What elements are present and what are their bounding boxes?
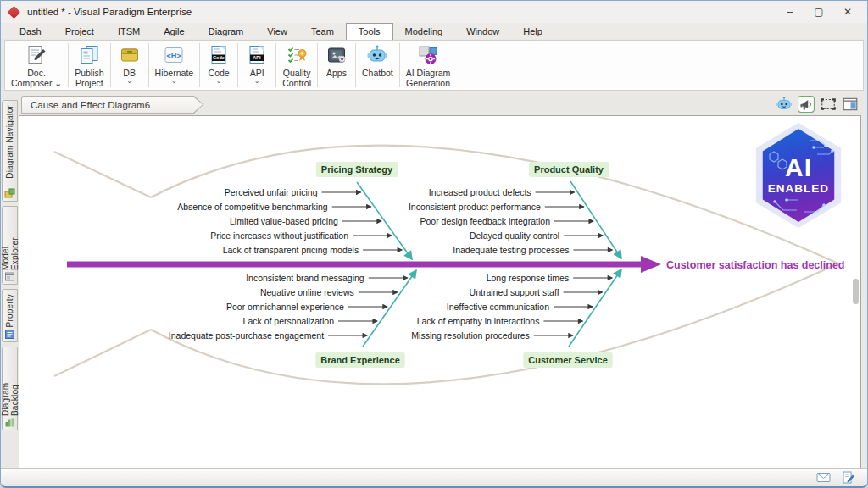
cause-label[interactable]: Lack of personalization — [243, 316, 335, 326]
cause-label[interactable]: Inconsistent brand messaging — [246, 273, 364, 283]
toolbar: Doc.Composer ⌄PublishProjectDB⌄<H>Hibern… — [4, 40, 864, 91]
api-icon: API — [246, 44, 268, 66]
toolbar-button-chatbot[interactable]: Chatbot — [356, 41, 399, 90]
menu-help[interactable]: Help — [511, 24, 554, 39]
bone-bottom-right[interactable] — [569, 269, 621, 347]
toolbar-button-db[interactable]: DB⌄ — [111, 41, 148, 90]
svg-text:<H>: <H> — [167, 52, 181, 60]
bone-top-right[interactable] — [570, 181, 621, 258]
sidebar-tab-label: Property — [5, 294, 14, 327]
cause-label[interactable]: Inadequate testing processes — [453, 245, 569, 255]
badge-text-enabled: ENABLED — [768, 182, 829, 195]
toolbar-button-label: AI Diagram — [406, 68, 451, 78]
cause-label[interactable]: Negative online reviews — [260, 287, 354, 297]
diagram-backlog-icon — [4, 416, 15, 427]
menu-modeling[interactable]: Modeling — [393, 24, 455, 39]
effect-label[interactable]: Customer satisfaction has declined — [666, 259, 844, 271]
toolbar-strip: Doc.Composer ⌄PublishProjectDB⌄<H>Hibern… — [1, 39, 867, 93]
app-window: untitled * - Visual Paradigm Enterprise … — [0, 0, 868, 488]
cause-label[interactable]: Untrained support staff — [470, 287, 559, 297]
sidebar-tab-diagram-backlog[interactable]: Diagram Backlog — [2, 347, 18, 430]
cause-label[interactable]: Inadequate post-purchase engagement — [169, 330, 324, 341]
hibernate-icon: <H> — [163, 44, 185, 66]
toolbar-button-doc-composer[interactable]: Doc.Composer ⌄ — [5, 41, 68, 90]
category-label-text[interactable]: Customer Service — [528, 355, 608, 365]
dropdown-chevron-icon: ⌄ — [171, 78, 177, 85]
quality-control-icon — [286, 44, 308, 66]
canvas-vertical-scrollbar[interactable] — [853, 279, 859, 304]
model-explorer-icon — [4, 270, 15, 281]
toolbar-button-quality-control[interactable]: QualityControl — [276, 41, 317, 90]
menu-team[interactable]: Team — [299, 24, 346, 39]
sidebar-tab-label: Model Explorer — [1, 211, 19, 270]
spine[interactable] — [67, 262, 643, 268]
cause-label[interactable]: Absence of competitive benchmarking — [177, 202, 328, 212]
category-label-text[interactable]: Pricing Strategy — [321, 164, 393, 175]
sidebar-tab-property[interactable]: Property — [2, 289, 18, 342]
edit-document-icon[interactable] — [841, 471, 855, 484]
category-label-text[interactable]: Brand Experience — [320, 355, 400, 365]
fit-to-window-icon[interactable] — [820, 96, 837, 113]
cause-label[interactable]: Lack of empathy in interactions — [417, 316, 540, 326]
maximize-button[interactable]: ▢ — [804, 1, 833, 23]
menu-view[interactable]: View — [255, 24, 299, 39]
chatbot-icon — [366, 44, 388, 66]
menu-agile[interactable]: Agile — [152, 24, 196, 39]
toolbar-button-api[interactable]: APIAPI⌄ — [238, 41, 275, 90]
toolbar-button-apps[interactable]: Apps — [318, 41, 355, 90]
toolbar-button-publish-project[interactable]: PublishProject — [69, 41, 109, 90]
panel-layout-icon[interactable] — [842, 96, 859, 113]
cause-label[interactable]: Price increases without justification — [210, 230, 348, 241]
cause-label[interactable]: Long response times — [487, 273, 569, 283]
diagram-navigator-icon — [4, 187, 15, 198]
minimize-button[interactable]: – — [776, 1, 804, 23]
cause-label[interactable]: Perceived unfair pricing — [225, 187, 318, 197]
dropdown-chevron-icon: ⌄ — [254, 78, 260, 85]
menu-tools[interactable]: Tools — [346, 23, 393, 40]
menu-window[interactable]: Window — [454, 24, 511, 39]
cause-label[interactable]: Limited value-based pricing — [230, 216, 338, 226]
menu-dash[interactable]: Dash — [8, 24, 53, 39]
cause-label[interactable]: Delayed quality control — [470, 230, 559, 241]
tab-label: Cause and Effect Diagram6 — [31, 100, 150, 110]
sidebar-tab-model-explorer[interactable]: Model Explorer — [2, 206, 18, 285]
cause-label[interactable]: Inconsistent product performance — [409, 202, 541, 212]
property-icon — [4, 328, 15, 339]
dropdown-chevron-icon: ⌄ — [126, 78, 132, 85]
toolbar-button-aidiagram-generation[interactable]: AI DiagramGeneration — [400, 41, 457, 90]
fishbone-diagram: Perceived unfair pricingAbsence of compe… — [19, 116, 860, 468]
cause-label[interactable]: Lack of transparent pricing models — [223, 245, 359, 255]
menu-diagram[interactable]: Diagram — [197, 24, 256, 39]
sidebar-tab-diagram-navigator[interactable]: Diagram Navigator — [2, 100, 18, 202]
diagram-tab-bar: Cause and Effect Diagram6 — [19, 93, 867, 115]
toolbar-button-label: Apps — [326, 68, 347, 78]
menu-project[interactable]: Project — [53, 24, 106, 39]
chatbot-icon[interactable] — [776, 96, 793, 113]
tab-cause-and-effect-diagram6[interactable]: Cause and Effect Diagram6 — [21, 96, 203, 114]
ai-diagram-generation-icon — [417, 44, 439, 66]
menu-itsm[interactable]: ITSM — [106, 24, 152, 39]
cause-label[interactable]: Poor design feedback integration — [420, 216, 550, 226]
cause-label[interactable]: Increased product defects — [429, 187, 531, 197]
cause-label[interactable]: Ineffective communication — [447, 302, 549, 312]
megaphone-icon[interactable] — [798, 96, 815, 113]
toolbar-button-hibernate[interactable]: <H>Hibernate⌄ — [149, 41, 200, 90]
category-label-text[interactable]: Product Quality — [534, 164, 604, 175]
title-bar: untitled * - Visual Paradigm Enterprise … — [1, 1, 867, 23]
code-icon: Code — [208, 44, 230, 66]
mail-icon[interactable] — [816, 471, 831, 484]
badge-text-ai: AI — [785, 156, 812, 180]
sidebar-tab-label: Diagram Navigator — [5, 105, 14, 179]
toolbar-button-label: Quality — [283, 68, 311, 78]
ai-enabled-badge: AI ENABLED — [750, 123, 847, 228]
cause-label[interactable]: Missing resolution procedures — [411, 330, 529, 341]
cause-label[interactable]: Poor omnichannel experience — [226, 302, 344, 312]
diagram-canvas[interactable]: Perceived unfair pricingAbsence of compe… — [19, 115, 861, 469]
svg-text:API: API — [253, 55, 261, 60]
toolbar-button-label: Generation — [406, 78, 450, 88]
toolbar-button-code[interactable]: CodeCode⌄ — [200, 41, 237, 90]
close-button[interactable]: ✕ — [833, 1, 862, 23]
doc-composer-icon — [25, 44, 47, 66]
toolbar-button-label: Chatbot — [362, 68, 393, 78]
bone-bottom-left[interactable] — [363, 270, 416, 347]
